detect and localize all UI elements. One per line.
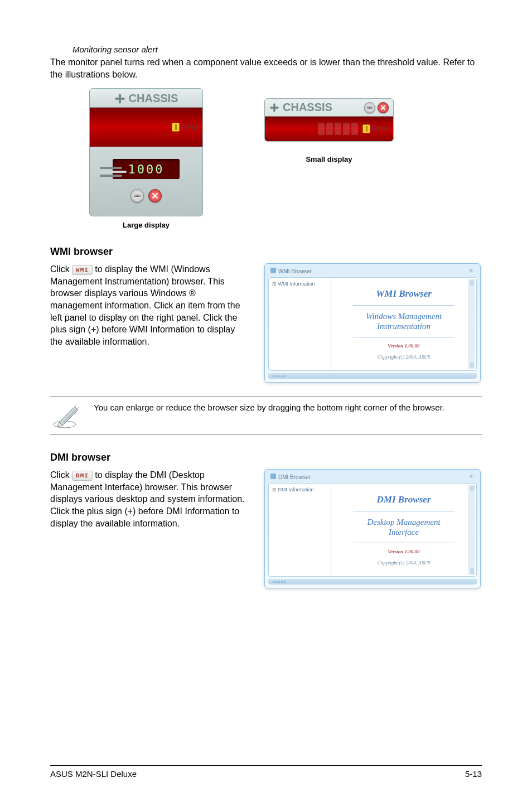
dmi-version: Version 1.00.00 [388, 549, 419, 554]
chassis-large-header: CHASSIS [90, 89, 202, 108]
scrollbar[interactable] [468, 485, 475, 575]
resize-grip[interactable] [268, 373, 477, 379]
svg-rect-2 [134, 195, 137, 196]
settings-icon[interactable] [364, 102, 375, 113]
dmi-browser-heading: DMI browser [50, 452, 482, 463]
rpm-badge-small: RPM [362, 124, 389, 133]
fan-icon [269, 103, 279, 113]
wmi-browser-body: Click WMI to display the WMI (Windows Ma… [50, 263, 248, 347]
window-close-icon[interactable] [468, 267, 475, 275]
window-close-icon[interactable] [468, 473, 475, 481]
dmi-copyright: Copyright (c) 2004, ASUS [378, 560, 430, 566]
scrollbar[interactable] [468, 279, 475, 369]
digital-placeholder [318, 123, 358, 135]
wmi-pre-text: Click [50, 264, 72, 274]
wmi-version: Version 1.00.00 [388, 343, 419, 349]
dmi-tree-panel[interactable]: ⊞ DMI Information [269, 484, 331, 576]
note-text: You can enlarge or reduce the browser si… [94, 402, 444, 413]
settings-icon[interactable] [130, 189, 144, 202]
svg-rect-6 [367, 107, 369, 108]
dmi-window-title: DMI Browser [278, 474, 311, 480]
svg-rect-7 [370, 107, 372, 108]
chassis-small-title: CHASSIS [283, 101, 332, 114]
wmi-tree-panel[interactable]: ⊞ WMI Information [269, 278, 331, 370]
wmi-content-sub1: Windows Management [366, 311, 442, 321]
wmi-content-title: WMI Browser [376, 288, 432, 299]
rpm-badge-large: RPM [172, 123, 198, 132]
large-display-caption: Large display [123, 221, 170, 229]
footer-right: 5-13 [465, 769, 482, 779]
wmi-tree-root[interactable]: WMI Information [278, 281, 315, 287]
svg-rect-3 [138, 195, 140, 196]
wmi-content-panel: WMI Browser Windows Management Instrumen… [331, 278, 476, 370]
dmi-tree-root[interactable]: DMI Information [278, 487, 314, 492]
chassis-large-title: CHASSIS [129, 92, 178, 105]
wmi-content-sub2: Instrumentation [366, 321, 442, 331]
app-icon [270, 268, 276, 274]
dmi-browser-body: Click DMI to display the DMI (Desktop Ma… [50, 469, 248, 529]
svg-line-12 [64, 407, 79, 422]
dmi-browser-window: DMI Browser ⊞ DMI Information DMI Browse… [264, 469, 481, 588]
svg-rect-13 [270, 474, 276, 479]
dmi-button[interactable]: DMI [72, 471, 93, 481]
wmi-browser-window: WMI Browser ⊞ WMI Information WMI Browse… [264, 263, 481, 383]
rpm-label-large: RPM [181, 123, 198, 132]
small-display-caption: Small display [306, 155, 352, 163]
dmi-pre-text: Click [50, 470, 72, 480]
chassis-large-panel: CHASSIS RPM 1000 [89, 88, 203, 216]
resize-grip[interactable] [268, 579, 477, 584]
rpm-indicator-icon [362, 124, 370, 133]
svg-rect-8 [270, 268, 276, 273]
wmi-browser-heading: WMI browser [50, 246, 482, 258]
monitoring-sensor-alert-heading: Monitoring sensor alert [72, 45, 482, 54]
dmi-content-sub2: Interface [367, 527, 440, 537]
footer-left: ASUS M2N-SLI Deluxe [50, 769, 137, 779]
close-icon[interactable] [148, 189, 162, 202]
wmi-button[interactable]: WMI [72, 265, 93, 276]
fan-icon [114, 93, 125, 104]
monitoring-sensor-alert-body: The monitor panel turns red when a compo… [50, 56, 482, 80]
slider-handle-icon [100, 167, 127, 177]
note-callout: You can enlarge or reduce the browser si… [50, 396, 482, 435]
rpm-indicator-icon [172, 123, 180, 132]
wmi-post-text: to display the WMI (Windows Management I… [50, 264, 240, 346]
dmi-content-sub1: Desktop Management [367, 517, 440, 527]
wmi-window-title: WMI Browser [278, 268, 312, 274]
chassis-small-panel: CHASSIS RPM [264, 98, 394, 142]
pencil-icon [52, 402, 83, 429]
app-icon [270, 474, 276, 480]
wmi-copyright: Copyright (c) 2004, ASUS [378, 354, 430, 360]
close-icon[interactable] [378, 102, 389, 113]
dmi-content-title: DMI Browser [377, 494, 431, 505]
rpm-label-small: RPM [371, 124, 389, 133]
dmi-content-panel: DMI Browser Desktop Management Interface… [331, 484, 476, 576]
